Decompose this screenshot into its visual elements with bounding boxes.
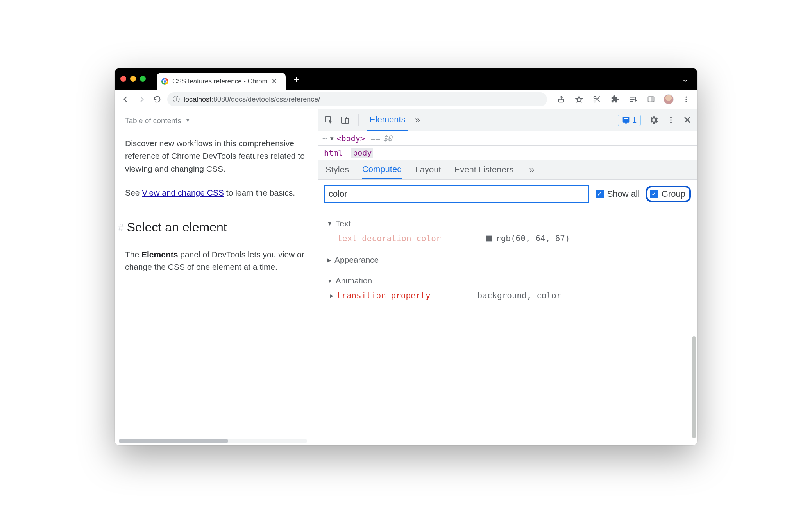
address-bar[interactable]: ⓘ localhost:8080/docs/devtools/css/refer… [167,92,547,106]
reload-button[interactable] [152,95,163,104]
prop-value: background, color [477,291,561,300]
browser-tab[interactable]: CSS features reference - Chrom ✕ [157,73,286,90]
subtab-styles[interactable]: Styles [326,160,349,179]
tab-list-caret-icon[interactable]: ⌄ [682,74,689,84]
content-area: Table of contents ▼ Discover new workflo… [115,109,697,445]
bookmark-star-icon[interactable] [574,95,585,104]
checkbox-checked-icon: ✓ [596,190,604,198]
profile-avatar[interactable] [664,94,674,104]
tab-close-icon[interactable]: ✕ [272,77,277,85]
equals-text: == [370,134,380,143]
svg-rect-10 [345,118,349,123]
horizontal-scrollbar[interactable] [119,439,307,443]
browser-window: CSS features reference - Chrom ✕ + ⌄ ⓘ l… [115,68,697,445]
svg-point-7 [685,101,687,102]
checkbox-checked-icon: ✓ [650,190,658,198]
browser-toolbar: ⓘ localhost:8080/docs/devtools/css/refer… [115,90,697,109]
back-button[interactable] [120,95,131,104]
crumb-body[interactable]: body [351,148,373,158]
extensions-icon[interactable] [610,95,621,104]
devtools-kebab-icon[interactable] [667,116,675,124]
site-info-icon[interactable]: ⓘ [173,95,180,104]
svg-point-15 [670,122,672,124]
svg-point-6 [685,99,687,100]
menu-kebab-icon[interactable] [681,95,692,103]
group-label: Group [662,189,685,199]
filter-input[interactable] [324,185,589,203]
crumb-html[interactable]: html [324,148,343,158]
forward-button[interactable] [136,95,147,104]
triangle-down-icon: ▼ [327,221,333,227]
dollar-var: $0 [383,134,392,143]
group-animation-header[interactable]: ▼ Animation [327,276,689,285]
issues-badge[interactable]: 1 [618,115,641,126]
devtools-header: Elements » 1 ✕ [318,109,697,131]
share-icon[interactable] [556,95,567,103]
url-text: localhost:8080/docs/devtools/css/referen… [184,95,320,104]
toc-toggle[interactable]: Table of contents ▼ [125,115,308,126]
select-element-heading: # Select an element [125,218,308,237]
devtools-close-icon[interactable]: ✕ [683,114,692,126]
svg-rect-11 [624,118,628,119]
minimize-window-button[interactable] [130,76,136,82]
new-tab-button[interactable]: + [293,74,299,86]
view-change-css-link[interactable]: View and change CSS [142,188,224,197]
group-checkbox[interactable]: ✓ Group [650,189,685,199]
styles-subtabs: Styles Computed Layout Event Listeners » [318,160,697,180]
ellipsis-icon: ⋯ [322,134,327,143]
toolbar-actions [556,94,692,104]
more-tabs-icon[interactable]: » [415,115,420,126]
prop-name: transition-property [336,291,477,300]
intro-paragraph: Discover new workflows in this comprehen… [125,137,308,176]
separator [358,114,359,126]
property-row[interactable]: ▶ transition-property background, color [327,285,689,305]
group-text-header[interactable]: ▼ Text [327,219,689,228]
body-tag: <body> [336,134,365,143]
side-panel-icon[interactable] [646,95,656,103]
svg-point-13 [670,117,672,118]
dom-tree-row[interactable]: ⋯ ▼ <body> == $0 [318,131,697,146]
inspect-element-icon[interactable] [324,115,333,125]
reading-list-icon[interactable] [628,95,639,104]
devtools-panel: Elements » 1 ✕ ⋯ [318,109,697,445]
triangle-right-icon: ▶ [327,257,331,263]
group-checkbox-highlight: ✓ Group [646,186,691,202]
toc-label: Table of contents [125,115,181,126]
subtab-event-listeners[interactable]: Event Listeners [454,160,514,179]
show-all-checkbox[interactable]: ✓ Show all [596,189,640,199]
anchor-hash-icon[interactable]: # [118,220,123,235]
group-appearance-header[interactable]: ▶ Appearance [327,255,689,265]
prop-value: rgb(60, 64, 67) [486,234,570,243]
vertical-scrollbar[interactable] [691,180,697,445]
triangle-down-icon: ▼ [327,278,333,284]
svg-point-14 [670,119,672,121]
settings-gear-icon[interactable] [649,115,659,125]
computed-groups: ▼ Text text-decoration-color rgb(60, 64,… [318,208,697,305]
prop-name: text-decoration-color [337,234,486,243]
more-subtabs-icon[interactable]: » [529,164,534,175]
color-swatch-icon[interactable] [486,235,492,242]
chrome-favicon-icon [161,78,168,85]
tab-elements[interactable]: Elements [367,109,408,131]
dom-breadcrumbs: html body [318,146,697,160]
property-row[interactable]: text-decoration-color rgb(60, 64, 67) [327,228,689,248]
svg-rect-12 [624,120,627,120]
subtab-layout[interactable]: Layout [415,160,441,179]
close-window-button[interactable] [120,76,126,82]
device-toolbar-icon[interactable] [340,115,350,125]
issues-count: 1 [632,116,637,125]
scrollbar-thumb[interactable] [119,439,228,443]
expand-triangle-icon[interactable]: ▼ [330,135,333,142]
see-also-paragraph: See View and change CSS to learn the bas… [125,187,308,199]
computed-filter-row: ✓ Show all ✓ Group [318,180,697,208]
svg-point-5 [685,97,687,98]
tab-strip: CSS features reference - Chrom ✕ + ⌄ [115,68,697,90]
page-content: Table of contents ▼ Discover new workflo… [115,109,318,445]
maximize-window-button[interactable] [140,76,146,82]
chevron-down-icon: ▼ [185,116,191,125]
scrollbar-thumb[interactable] [692,336,696,438]
svg-rect-3 [648,97,654,102]
scissors-icon[interactable] [592,95,603,104]
subtab-computed[interactable]: Computed [362,160,402,179]
triangle-right-icon: ▶ [330,292,333,299]
